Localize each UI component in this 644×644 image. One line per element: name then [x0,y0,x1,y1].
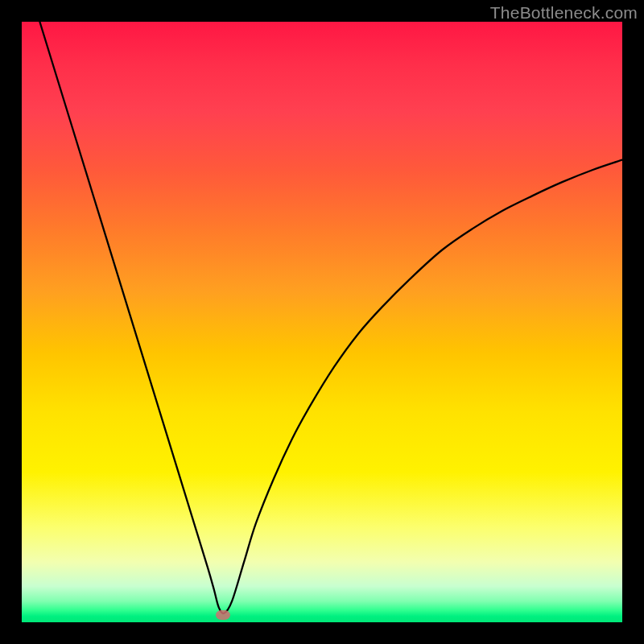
watermark-text: TheBottleneck.com [490,3,638,23]
optimal-point-marker [216,610,230,620]
chart-container: TheBottleneck.com [0,0,644,644]
bottleneck-curve [39,22,622,613]
chart-curve-svg [22,22,622,622]
